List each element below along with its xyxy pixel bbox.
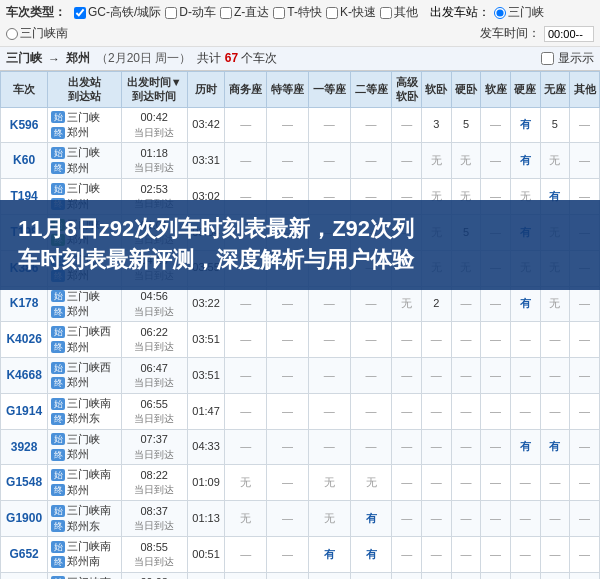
type-t-checkbox[interactable] [273,7,285,19]
station-sanmenxia[interactable]: 三门峡 [494,4,544,21]
table-cell: 无 [308,501,350,537]
table-cell: 有 [510,286,540,322]
table-cell: — [481,358,511,394]
table-cell: — [570,465,600,501]
table-cell: — [350,358,392,394]
table-cell: 有 [510,143,540,179]
type-d[interactable]: D-动车 [165,4,216,21]
table-cell: — [308,358,350,394]
station-radio-label-1: 三门峡 [508,4,544,21]
type-t[interactable]: T-特快 [273,4,322,21]
table-row[interactable]: K596 始 三门峡 终 郑州 00:42当日到达03:42—————35—有5… [1,107,600,143]
table-cell: 3928 [1,429,48,465]
col-shangwu: 商务座 [225,72,267,108]
time-input[interactable] [544,26,594,42]
table-cell: — [570,322,600,358]
table-cell: — [422,358,452,394]
train-table-container: 车次 出发站到达站 出发时间▼到达时间 历时 商务座 特等座 一等座 二等座 高… [0,71,600,579]
table-row[interactable]: G652 始 三门峡南 终 郑州南 08:55当日到达00:51——有有————… [1,536,600,572]
table-cell: — [225,536,267,572]
table-cell: — [350,322,392,358]
table-cell: 3 [422,107,452,143]
table-cell: — [570,393,600,429]
table-cell: — [392,536,422,572]
trip-count: 共计 67 个车次 [197,50,277,67]
table-cell: — [510,358,540,394]
table-cell: 01:47 [187,393,225,429]
type-d-checkbox[interactable] [165,7,177,19]
col-erdeng: 二等座 [350,72,392,108]
station-cell: 始 三门峡 终 郑州 [48,429,122,465]
table-row[interactable]: G1900 始 三门峡南 终 郑州东 08:37当日到达01:13无—无有———… [1,501,600,537]
table-cell: 有 [510,107,540,143]
station-radio-2[interactable] [6,28,18,40]
type-k-label: K-快速 [340,4,376,21]
table-cell: — [225,286,267,322]
table-cell: — [422,429,452,465]
table-cell: — [267,286,309,322]
table-cell: — [267,393,309,429]
table-cell: — [540,465,570,501]
table-cell: — [392,322,422,358]
table-cell: — [350,393,392,429]
table-cell: — [540,536,570,572]
table-row[interactable]: K4668 始 三门峡西 终 郑州 06:47当日到达03:51————————… [1,358,600,394]
table-cell: 5 [225,572,267,579]
table-cell: — [481,322,511,358]
table-cell: — [570,536,600,572]
col-ruanwo: 软卧 [422,72,452,108]
type-k[interactable]: K-快速 [326,4,376,21]
station-cell: 始 三门峡西 终 郑州 [48,322,122,358]
table-cell: — [267,358,309,394]
col-stations: 出发站到达站 [48,72,122,108]
station-radio-1[interactable] [494,7,506,19]
time-cell: 00:42当日到达 [121,107,187,143]
show-label: 显示示 [558,50,594,67]
table-cell: — [481,465,511,501]
time-cell: 06:22当日到达 [121,322,187,358]
table-cell: — [308,393,350,429]
table-cell: 03:31 [187,143,225,179]
table-cell: — [510,572,540,579]
table-cell: — [267,107,309,143]
table-cell: 有 [510,429,540,465]
table-cell: — [481,572,511,579]
table-row[interactable]: G1844 始 三门峡南 终 郑州东 09:08当日到达01:205—无有———… [1,572,600,579]
table-row[interactable]: 3928 始 三门峡 终 郑州 07:37当日到达04:33————————有有… [1,429,600,465]
table-cell: — [570,429,600,465]
type-z-checkbox[interactable] [220,7,232,19]
type-other[interactable]: 其他 [380,4,418,21]
table-cell: — [451,465,481,501]
type-other-checkbox[interactable] [380,7,392,19]
table-cell: 有 [350,501,392,537]
table-cell: — [267,322,309,358]
table-cell: 无 [451,143,481,179]
train-table: 车次 出发站到达站 出发时间▼到达时间 历时 商务座 特等座 一等座 二等座 高… [0,71,600,579]
table-cell: — [422,465,452,501]
type-z[interactable]: Z-直达 [220,4,269,21]
type-t-label: T-特快 [287,4,322,21]
table-cell: 03:22 [187,286,225,322]
table-cell: 01:13 [187,501,225,537]
table-cell: 03:51 [187,322,225,358]
table-cell: K596 [1,107,48,143]
station-cell: 始 三门峡南 终 郑州 [48,465,122,501]
type-gc-checkbox[interactable] [74,7,86,19]
table-cell: — [225,429,267,465]
type-k-checkbox[interactable] [326,7,338,19]
table-cell: — [392,143,422,179]
station-sanmenxia-nan[interactable]: 三门峡南 [6,25,68,42]
table-header-row: 车次 出发站到达站 出发时间▼到达时间 历时 商务座 特等座 一等座 二等座 高… [1,72,600,108]
overlay-line2: 车时刻表最新评测，深度解析与用户体验 [18,245,582,276]
time-cell: 08:37当日到达 [121,501,187,537]
table-row[interactable]: K60 始 三门峡 终 郑州 01:18当日到达03:31—————无无—有无— [1,143,600,179]
station-cell: 始 三门峡南 终 郑州东 [48,501,122,537]
table-cell: 01:09 [187,465,225,501]
show-checkbox[interactable] [541,52,554,65]
type-gc[interactable]: GC-高铁/城际 [74,4,161,21]
table-row[interactable]: G1548 始 三门峡南 终 郑州 08:22当日到达01:09无—无无————… [1,465,600,501]
table-row[interactable]: G1914 始 三门峡南 终 郑州东 06:55当日到达01:47———————… [1,393,600,429]
table-cell: 04:33 [187,429,225,465]
table-row[interactable]: K4026 始 三门峡西 终 郑州 06:22当日到达03:51————————… [1,322,600,358]
table-row[interactable]: K178 始 三门峡 终 郑州 04:56当日到达03:22————无2——有无… [1,286,600,322]
